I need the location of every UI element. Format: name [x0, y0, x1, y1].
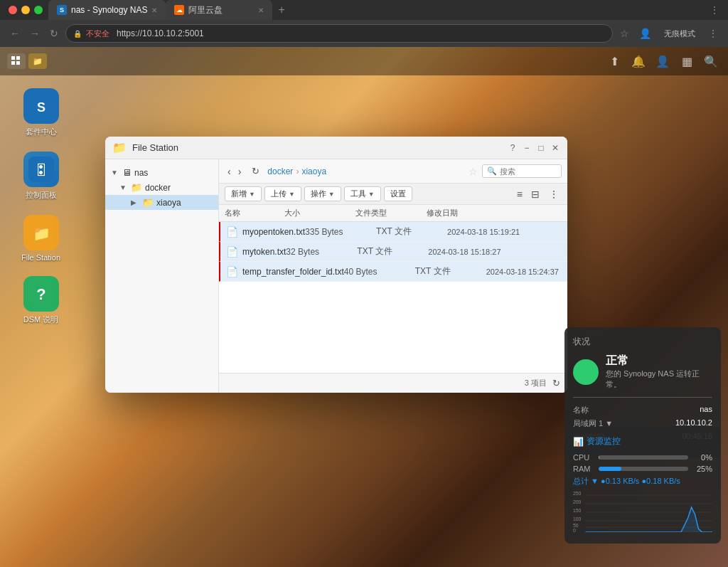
net-label: 总计 ▼: [573, 477, 599, 485]
search-button[interactable]: 🔍: [701, 51, 721, 71]
tree-toggle-docker[interactable]: ▼: [119, 184, 128, 191]
file-list-header: 名称 大小 文件类型 修改日期: [219, 205, 567, 222]
tree-toggle-nas[interactable]: ▼: [111, 169, 119, 176]
ram-row: RAM 25%: [573, 465, 712, 473]
nav-back-button[interactable]: ‹: [225, 164, 234, 179]
taskbar-folder-button[interactable]: 📁: [28, 53, 47, 69]
user-account-button[interactable]: 👤: [653, 51, 673, 71]
ram-percent: 25%: [692, 465, 712, 473]
tree-item-nas[interactable]: ▼ 🖥 nas: [105, 165, 218, 180]
tree-label-nas: nas: [134, 168, 148, 178]
status-text: 正常 您的 Synology NAS 运转正常。: [606, 354, 712, 390]
item-count: 3 项目: [525, 378, 547, 388]
back-button[interactable]: ←: [7, 25, 23, 42]
svg-text:🎛: 🎛: [34, 162, 48, 178]
options-button[interactable]: ▦: [677, 51, 697, 71]
extensions-button[interactable]: ⋮: [705, 25, 721, 42]
icon-pkg-center[interactable]: S 套件中心: [9, 84, 73, 142]
table-row[interactable]: 📄 temp_transfer_folder_id.txt 40 Bytes T…: [219, 262, 567, 282]
refresh-nav-button[interactable]: ↻: [248, 164, 263, 178]
resource-panel-title[interactable]: 📊 资源监控: [573, 435, 712, 447]
tree-toggle-xiaoya[interactable]: ▶: [131, 198, 139, 206]
search-input[interactable]: [500, 167, 557, 176]
lock-icon: 🔒: [73, 30, 82, 38]
upload-dropdown-arrow: ▼: [289, 191, 295, 198]
file-type-2: TXT 文件: [357, 245, 428, 258]
svg-text:0: 0: [573, 528, 576, 532]
restore-button[interactable]: □: [536, 143, 546, 153]
apps-grid-button[interactable]: [7, 53, 26, 69]
maximize-window-button[interactable]: [34, 6, 43, 14]
settings-button[interactable]: 设置: [384, 186, 412, 201]
nav-forward-button[interactable]: ›: [235, 164, 245, 179]
col-type-header[interactable]: 文件类型: [355, 208, 427, 218]
cpu-row: CPU 0%: [573, 453, 712, 462]
new-button[interactable]: 新增 ▼: [225, 186, 262, 201]
close-window-button[interactable]: [9, 6, 17, 14]
tab-nas-label: nas - Synology NAS: [71, 5, 147, 15]
bookmark-button[interactable]: ☆: [617, 25, 632, 42]
tab-aliyun-close[interactable]: ✕: [258, 6, 264, 14]
reload-button[interactable]: ↻: [47, 25, 61, 42]
upload-manager-button[interactable]: ⬆: [604, 51, 624, 71]
col-size-header[interactable]: 大小: [284, 208, 355, 218]
svg-text:200: 200: [573, 499, 582, 504]
list-view-button[interactable]: ≡: [513, 187, 526, 201]
svg-text:📁: 📁: [32, 225, 50, 242]
file-date-2: 2024-03-18 15:18:27: [428, 248, 542, 256]
table-row[interactable]: 📄 myopentoken.txt 335 Bytes TXT 文件 2024-…: [219, 222, 567, 242]
browser-chrome: S nas - Synology NAS ✕ ☁ 阿里云盘 ✕ + ⋮: [0, 0, 728, 20]
tab-nas[interactable]: S nas - Synology NAS ✕: [48, 0, 166, 20]
table-row[interactable]: 📄 mytoken.txt 32 Bytes TXT 文件 2024-03-18…: [219, 242, 567, 262]
new-tab-button[interactable]: +: [272, 0, 290, 20]
tree-icon-docker: 📁: [131, 182, 142, 193]
search-box: 🔍: [482, 164, 562, 178]
file-icon-2: 📄: [226, 246, 238, 258]
ram-bar-fill: [599, 467, 621, 471]
file-name-cell-1: 📄 myopentoken.txt: [226, 226, 305, 238]
file-type-3: TXT 文件: [415, 265, 486, 277]
status-indicator: [573, 359, 599, 385]
tab-aliyun-label: 阿里云盘: [188, 4, 223, 16]
status-refresh-button[interactable]: ↻: [552, 378, 560, 388]
path-part-docker[interactable]: docker: [267, 166, 293, 176]
more-options-button[interactable]: ⋮: [546, 187, 562, 201]
close-button[interactable]: ✕: [550, 143, 560, 153]
favorite-button[interactable]: ☆: [469, 166, 478, 177]
tree-icon-xiaoya: 📁: [142, 197, 154, 208]
tab-bar: S nas - Synology NAS ✕ ☁ 阿里云盘 ✕ +: [48, 0, 291, 20]
syn-taskbar: 📁 ⬆ 🔔 👤 ▦ 🔍: [0, 47, 728, 75]
tab-aliyun[interactable]: ☁ 阿里云盘 ✕: [166, 0, 272, 20]
tree-item-xiaoya[interactable]: ▶ 📁 xiaoya: [105, 195, 218, 210]
minimize-window-button[interactable]: [21, 6, 30, 14]
file-sidebar: ▼ 🖥 nas ▼ 📁 docker ▶ 📁 xiaoya: [105, 159, 219, 393]
file-main: ‹ › ↻ docker › xiaoya ☆ 🔍 新增: [219, 159, 567, 393]
help-button[interactable]: ?: [508, 143, 518, 153]
nomode-button[interactable]: 无痕模式: [658, 26, 701, 42]
tools-button[interactable]: 工具 ▼: [344, 186, 381, 201]
icon-dsm-help[interactable]: ? DSM 说明: [9, 272, 73, 329]
icon-file-station[interactable]: 📁 File Station: [9, 211, 73, 266]
tab-nas-close[interactable]: ✕: [151, 6, 157, 14]
icon-dsm-help-label: DSM 说明: [23, 314, 59, 325]
forward-button[interactable]: →: [27, 25, 43, 42]
notifications-button[interactable]: 🔔: [628, 51, 648, 71]
minimize-button[interactable]: −: [522, 143, 532, 153]
upload-button[interactable]: 上传 ▼: [264, 186, 301, 201]
profile-button[interactable]: 👤: [636, 25, 654, 42]
new-dropdown-arrow: ▼: [249, 191, 255, 198]
window-controls: ? − □ ✕: [508, 143, 560, 153]
file-name-cell-2: 📄 mytoken.txt: [226, 246, 286, 258]
tree-item-docker[interactable]: ▼ 📁 docker: [105, 180, 218, 195]
browser-menu-button[interactable]: ⋮: [707, 1, 722, 18]
tree-label-docker: docker: [145, 183, 171, 193]
col-name-header[interactable]: 名称: [225, 208, 284, 218]
address-text: https://10.10.10.2:5001: [117, 28, 204, 38]
path-part-xiaoya[interactable]: xiaoya: [301, 166, 326, 176]
grid-view-button[interactable]: ⊟: [528, 187, 543, 201]
col-modified-header[interactable]: 修改日期: [427, 208, 540, 218]
address-bar[interactable]: 🔒 不安全 https://10.10.10.2:5001: [65, 24, 613, 43]
icon-control-panel[interactable]: 🎛 控制面板: [9, 147, 73, 205]
network-stats: 总计 ▼ ●0.13 KB/s ●0.18 KB/s: [573, 476, 712, 487]
action-button[interactable]: 操作 ▼: [304, 186, 341, 201]
